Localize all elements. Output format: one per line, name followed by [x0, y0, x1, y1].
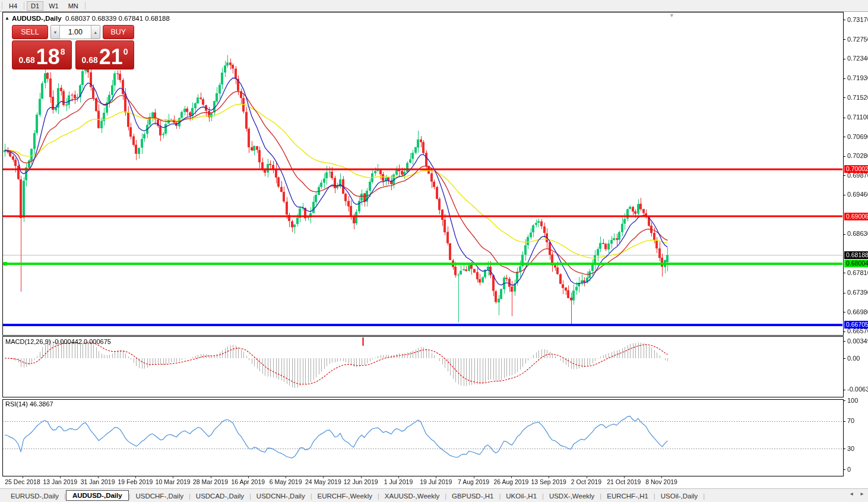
- toolbar-separator: [2, 2, 2, 10]
- trading-platform-window: H4D1W1MN ▲AUDUSD-,Daily 0.68037 0.68339 …: [0, 0, 868, 502]
- toolbar-separator: [85, 2, 85, 10]
- date-tick-label: 2 Oct 2019: [571, 478, 601, 485]
- volume-input[interactable]: [60, 26, 91, 39]
- buy-button[interactable]: BUY: [103, 25, 134, 39]
- chart-shift-icon[interactable]: ▼: [669, 12, 674, 18]
- chart-canvas[interactable]: [0, 0, 868, 502]
- rsi-tick-label: 30: [847, 445, 854, 452]
- date-tick-label: 7 Aug 2019: [458, 478, 489, 485]
- rsi-tick-label: 100: [847, 397, 858, 404]
- timeframe-button-d1[interactable]: D1: [27, 1, 43, 11]
- timeframe-button-h4[interactable]: H4: [5, 1, 21, 11]
- symbol-tab-bar: EURUSD-,Daily|AUDUSD-,Daily|USDCHF-,Dail…: [0, 488, 868, 502]
- tab-usdcad-daily[interactable]: USDCAD-,Daily: [191, 491, 249, 501]
- price-tick-label: 0.72750: [847, 36, 868, 43]
- tab-scroll-left-icon[interactable]: ◄: [849, 491, 854, 497]
- buy-price-pip: 0: [123, 47, 128, 56]
- tab-usdchf-daily[interactable]: USDCHF-,Daily: [130, 491, 189, 501]
- tab-eurchf-weekly[interactable]: EURCHF-,Weekly: [312, 491, 378, 501]
- tab-scroll-controls: ◄ ►: [849, 491, 864, 497]
- date-tick-label: 19 Jul 2019: [420, 478, 452, 485]
- tab-xauusd-weekly[interactable]: XAUUSD-,Weekly: [379, 491, 445, 501]
- tab-audusd-daily[interactable]: AUDUSD-,Daily: [66, 490, 129, 501]
- sell-price-big: 18: [36, 47, 60, 67]
- sell-price-pip: 8: [61, 47, 65, 56]
- date-tick-label: 13 Jan 2019: [43, 478, 77, 485]
- price-tick-label: 0.73170: [847, 16, 868, 23]
- volume-down-icon[interactable]: ▼: [51, 26, 60, 39]
- sell-button[interactable]: SELL: [12, 25, 48, 39]
- one-click-trade-panel: SELL ▼ ▲ BUY 0.68 18 8 0.68 21 0: [12, 25, 134, 70]
- date-tick-label: 31 Jan 2019: [81, 478, 115, 485]
- tab-ukoil-h1[interactable]: UKOil-,H1: [500, 491, 542, 501]
- date-tick-label: 21 Oct 2019: [607, 478, 641, 485]
- date-tick-label: 19 Feb 2019: [118, 478, 153, 485]
- volume-stepper: ▼ ▲: [50, 25, 100, 39]
- price-tick-label: 0.70690: [847, 133, 868, 140]
- price-tick-label: 0.67810: [847, 269, 868, 276]
- chart-header: ▲AUDUSD-,Daily 0.68037 0.68339 0.67841 0…: [5, 15, 170, 22]
- buy-price-prefix: 0.68: [81, 55, 97, 65]
- date-tick-label: 1 Jul 2019: [384, 478, 413, 485]
- price-badge: 0.70002: [844, 165, 868, 173]
- macd-tick-label: -0.00637: [847, 386, 868, 393]
- price-tick-label: 0.71100: [847, 113, 868, 121]
- price-badge: 0.68004: [844, 260, 868, 267]
- price-tick-label: 0.68630: [847, 230, 868, 237]
- tab-usdx-weekly[interactable]: USDX-,Weekly: [544, 491, 600, 501]
- tab-eurusd-daily[interactable]: EURUSD-,Daily: [5, 491, 64, 501]
- tab-bar-padding: [0, 491, 5, 501]
- rsi-indicator-label: RSI(14) 46.3867: [5, 400, 53, 408]
- price-tick-label: 0.66980: [847, 308, 868, 315]
- tab-scroll-right-icon[interactable]: ►: [860, 491, 864, 497]
- date-tick-label: 12 Jun 2019: [344, 478, 378, 485]
- price-badge: 0.69006: [844, 213, 868, 220]
- collapse-panel-icon[interactable]: ▲: [5, 15, 9, 21]
- price-badge: 0.66705: [844, 321, 868, 329]
- date-tick-label: 24 May 2019: [305, 478, 341, 485]
- toolbar-separator: [24, 2, 24, 10]
- price-tick-label: 0.70280: [847, 152, 868, 159]
- price-tick-label: 0.69460: [847, 191, 868, 198]
- macd-tick-label: 0.00: [847, 355, 860, 362]
- timeframe-button-w1[interactable]: W1: [45, 1, 63, 11]
- buy-price-big: 21: [99, 47, 123, 67]
- tab-separator: |: [703, 492, 705, 500]
- date-tick-label: 10 Mar 2019: [156, 478, 191, 485]
- timeframe-toolbar: H4D1W1MN: [0, 0, 868, 12]
- tab-usdcnh-daily[interactable]: USDCNH-,Daily: [251, 491, 311, 501]
- buy-price-button[interactable]: 0.68 21 0: [75, 40, 134, 70]
- macd-tick-label: 0.00349: [847, 337, 868, 345]
- price-badge: 0.68188: [844, 251, 868, 259]
- sell-price-button[interactable]: 0.68 18 8: [12, 40, 72, 70]
- price-tick-label: 0.72340: [847, 55, 868, 62]
- price-tick-label: 0.71520: [847, 94, 868, 101]
- tab-gbpusd-h1[interactable]: GBPUSD-,H1: [446, 491, 499, 501]
- rsi-tick-label: 0: [847, 466, 851, 473]
- sell-price-prefix: 0.68: [18, 55, 34, 65]
- date-tick-label: 25 Dec 2018: [5, 478, 40, 485]
- chart-symbol-label: AUDUSD-,Daily: [12, 15, 62, 22]
- tab-eurchf-h1[interactable]: EURCHF-,H1: [601, 491, 654, 501]
- volume-up-icon[interactable]: ▲: [91, 26, 100, 39]
- timeframe-button-mn[interactable]: MN: [64, 1, 83, 11]
- date-tick-label: 6 May 2019: [270, 478, 302, 485]
- date-tick-label: 28 Mar 2019: [193, 478, 228, 485]
- price-tick-label: 0.71930: [847, 74, 868, 81]
- date-tick-label: 8 Nov 2019: [645, 478, 677, 485]
- rsi-tick-label: 70: [847, 417, 854, 424]
- macd-indicator-label: MACD(12,26,9) -0.000442 0.000675: [5, 338, 111, 345]
- tab-usoil-daily[interactable]: USOil-,Daily: [655, 491, 704, 501]
- price-tick-label: 0.67390: [847, 289, 868, 296]
- date-tick-label: 26 Aug 2019: [493, 478, 528, 485]
- chart-ohlc-values: 0.68037 0.68339 0.67841 0.68188: [65, 15, 170, 22]
- date-tick-label: 16 Apr 2019: [231, 478, 265, 485]
- date-tick-label: 13 Sep 2019: [531, 478, 566, 485]
